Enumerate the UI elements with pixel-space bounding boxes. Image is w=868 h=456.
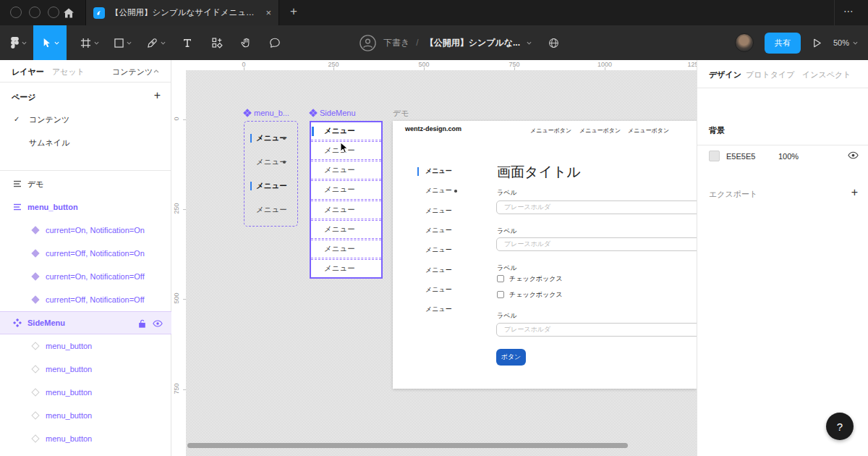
background-color-row[interactable]: E5E5E5 100% [697, 150, 868, 163]
tab-assets[interactable]: アセット [52, 67, 85, 77]
demo-nav-link[interactable]: メニューボタン [579, 127, 621, 135]
layer-row-variant[interactable]: current=Off, Notification=Off [0, 288, 171, 311]
sidemenu-item[interactable]: メニュー [311, 259, 381, 277]
new-tab-button[interactable]: + [286, 4, 301, 19]
page-switcher[interactable]: コンテンツ [112, 67, 153, 77]
sidemenu-item[interactable]: メニュー [311, 240, 381, 258]
demo-nav-link[interactable]: メニューボタン [628, 127, 669, 135]
toolbar-right-cluster: 共有 50% [735, 25, 858, 60]
checkbox[interactable] [497, 291, 504, 298]
comment-icon [269, 37, 281, 48]
sidemenu-item[interactable]: メニュー [311, 220, 381, 239]
variant-diamond-icon [30, 295, 41, 305]
text-icon [182, 38, 192, 48]
demo-submit-button[interactable]: ボタン [496, 349, 526, 366]
figma-logo-icon [11, 37, 19, 48]
unlock-icon[interactable] [138, 319, 146, 328]
add-page-button[interactable]: + [154, 89, 161, 102]
opacity-value[interactable]: 100% [778, 152, 799, 161]
sidemenu-item[interactable]: メニュー [311, 180, 381, 199]
layer-row-component-set[interactable]: menu_button [0, 195, 171, 219]
layer-row-instance[interactable]: menu_button [0, 404, 171, 427]
tab-prototype[interactable]: プロトタイプ [746, 69, 795, 80]
chevron-down-icon[interactable] [527, 41, 532, 45]
resources-tool-button[interactable] [204, 25, 230, 60]
text-input[interactable]: プレースホルダ [496, 323, 697, 337]
sidemenu-item[interactable]: メニュー [311, 200, 381, 219]
breadcrumb-separator: / [416, 38, 418, 48]
breadcrumb-filename[interactable]: 【公開用】シンプルな... [425, 37, 520, 49]
pen-icon [147, 38, 158, 48]
layer-row-instance[interactable]: menu_button [0, 334, 171, 358]
variant-diamond-icon [30, 271, 41, 282]
breadcrumb: 下書き / 【公開用】シンプルな... [359, 25, 559, 60]
layer-row-variant[interactable]: current=Off, Notification=On [0, 242, 171, 265]
notification-dot [283, 137, 286, 140]
menu-button-component-set[interactable]: メニュー メニュー メニュー メニュー [244, 121, 298, 227]
share-button[interactable]: 共有 [765, 33, 801, 54]
tab-design[interactable]: デザイン [709, 69, 741, 80]
layer-row-variant[interactable]: current=On, Notification=Off [0, 265, 171, 288]
color-swatch[interactable] [709, 151, 720, 161]
window-control-close[interactable] [10, 7, 22, 18]
layer-row-instance[interactable]: menu_button [0, 427, 171, 450]
export-header[interactable]: エクスポート [709, 189, 757, 200]
text-input[interactable]: プレースホルダ [496, 200, 697, 214]
window-control-minimize[interactable] [29, 7, 41, 18]
document-tab[interactable]: 【公開用】シンプルなサイドメニュー・コ × [85, 0, 279, 25]
page-item-thumbnail[interactable]: サムネイル [0, 133, 171, 152]
home-icon[interactable] [62, 7, 75, 20]
comment-tool-button[interactable] [262, 25, 288, 60]
page-item-contents[interactable]: ✓ コンテンツ [0, 110, 171, 129]
component-icon [12, 318, 22, 328]
background-section: 背景 E5E5E5 100% [697, 88, 868, 145]
frame-tool-button[interactable] [75, 25, 104, 60]
help-button[interactable]: ? [826, 413, 854, 440]
layer-row-demo[interactable]: デモ [0, 172, 171, 195]
overflow-menu-icon[interactable]: ⋯ [843, 5, 854, 17]
pen-tool-button[interactable] [142, 25, 171, 60]
main-menu-button[interactable] [7, 25, 30, 60]
text-tool-button[interactable] [175, 25, 200, 60]
variant-current-off-notification-on[interactable]: メニュー [244, 156, 297, 168]
demo-nav-link[interactable]: メニューボタン [530, 127, 571, 135]
board-label-demo[interactable]: デモ [393, 108, 409, 118]
globe-icon[interactable] [548, 38, 559, 48]
user-avatar[interactable] [735, 33, 754, 52]
zoom-level-control[interactable]: 50% [833, 38, 858, 47]
layer-row-variant[interactable]: current=On, Notification=On [0, 219, 171, 242]
checkbox[interactable] [497, 275, 504, 282]
variant-current-off-notification-off[interactable]: メニュー [244, 204, 297, 216]
breadcrumb-project[interactable]: 下書き [383, 37, 409, 49]
hand-tool-button[interactable] [233, 25, 259, 60]
checkbox-row[interactable]: チェックボックス [497, 290, 563, 299]
present-play-icon[interactable] [812, 38, 822, 48]
horizontal-scrollbar[interactable] [187, 443, 628, 448]
window-control-maximize[interactable] [48, 7, 59, 18]
variant-current-on-notification-off[interactable]: メニュー [244, 180, 297, 192]
variant-current-on-notification-on[interactable]: メニュー [244, 132, 297, 144]
shape-tool-button[interactable] [109, 25, 137, 60]
add-export-button[interactable]: + [851, 186, 858, 199]
layer-row-instance[interactable]: menu_button [0, 358, 171, 381]
tab-inspect[interactable]: インスペクト [802, 69, 851, 80]
visible-eye-icon[interactable] [848, 151, 859, 159]
checkbox-row[interactable]: チェックボックス [497, 274, 563, 283]
sidemenu-item[interactable]: メニュー [311, 122, 381, 140]
tab-close-icon[interactable]: × [265, 8, 271, 17]
left-panel-tabs: レイヤー アセット コンテンツ [0, 60, 171, 83]
field-label: ラベル [497, 227, 517, 236]
visible-eye-icon[interactable] [153, 320, 163, 327]
color-hex-value[interactable]: E5E5E5 [726, 152, 755, 161]
text-input[interactable]: プレースホルダ [496, 237, 697, 251]
board-label-sidemenu[interactable]: SideMenu [310, 108, 356, 118]
right-panel-tabs: デザイン プロトタイプ インスペクト [697, 60, 868, 88]
canvas[interactable]: 0 250 500 750 1000 125 0 250 500 750 men… [171, 60, 697, 456]
layer-row-instance[interactable]: menu_button [0, 381, 171, 404]
board-label-menu-button-set[interactable]: menu_b... [244, 108, 289, 118]
move-tool-button[interactable] [33, 25, 67, 60]
tab-layers[interactable]: レイヤー [12, 67, 44, 77]
sidemenu-item[interactable]: メニュー [311, 161, 381, 180]
layer-row-sidemenu-selected[interactable]: SideMenu [0, 311, 171, 334]
demo-frame[interactable]: wentz-design.com メニューボタン メニューボタン メニューボタン… [393, 121, 697, 389]
